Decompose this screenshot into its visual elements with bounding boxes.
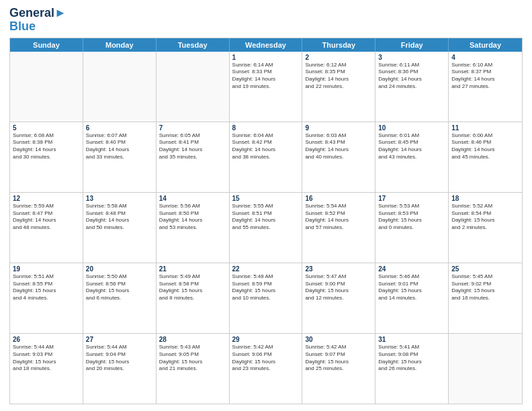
calendar-row-2: 12Sunrise: 5:59 AM Sunset: 8:47 PM Dayli… (10, 192, 522, 263)
cell-text: Sunrise: 6:01 AM Sunset: 8:45 PM Dayligh… (378, 132, 445, 161)
calendar-cell-23: 23Sunrise: 5:47 AM Sunset: 9:00 PM Dayli… (302, 263, 375, 333)
calendar-cell-empty-4-6 (449, 334, 522, 404)
logo: General► Blue (9, 7, 66, 34)
calendar-cell-12: 12Sunrise: 5:59 AM Sunset: 8:47 PM Dayli… (10, 193, 83, 263)
cell-text: Sunrise: 5:50 AM Sunset: 8:56 PM Dayligh… (86, 273, 153, 302)
page: General► Blue SundayMondayTuesdayWednesd… (0, 0, 532, 411)
day-number: 21 (159, 265, 226, 273)
logo-text: General► (9, 7, 66, 20)
calendar-cell-20: 20Sunrise: 5:50 AM Sunset: 8:56 PM Dayli… (83, 263, 157, 333)
day-number: 5 (13, 124, 80, 132)
cell-text: Sunrise: 6:03 AM Sunset: 8:43 PM Dayligh… (305, 132, 372, 161)
cell-text: Sunrise: 6:14 AM Sunset: 8:33 PM Dayligh… (232, 62, 300, 91)
calendar-cell-5: 5Sunrise: 6:08 AM Sunset: 8:38 PM Daylig… (10, 122, 83, 192)
cell-text: Sunrise: 6:11 AM Sunset: 8:36 PM Dayligh… (378, 62, 445, 91)
calendar-cell-empty-0-0 (10, 52, 83, 122)
calendar-cell-10: 10Sunrise: 6:01 AM Sunset: 8:45 PM Dayli… (375, 122, 449, 192)
day-number: 22 (232, 265, 300, 273)
day-number: 2 (305, 54, 372, 61)
header-day-saturday: Saturday (449, 38, 522, 52)
header-day-monday: Monday (83, 38, 157, 52)
calendar-cell-8: 8Sunrise: 6:04 AM Sunset: 8:42 PM Daylig… (230, 122, 303, 192)
day-number: 1 (232, 54, 300, 61)
calendar-cell-18: 18Sunrise: 5:52 AM Sunset: 8:54 PM Dayli… (449, 193, 522, 263)
calendar-row-4: 26Sunrise: 5:44 AM Sunset: 9:03 PM Dayli… (10, 333, 522, 404)
calendar-cell-14: 14Sunrise: 5:56 AM Sunset: 8:50 PM Dayli… (157, 193, 230, 263)
day-number: 14 (159, 195, 226, 202)
calendar-cell-17: 17Sunrise: 5:53 AM Sunset: 8:53 PM Dayli… (375, 193, 449, 263)
day-number: 17 (378, 195, 445, 202)
calendar-row-3: 19Sunrise: 5:51 AM Sunset: 8:55 PM Dayli… (10, 263, 522, 333)
calendar-row-0: 1Sunrise: 6:14 AM Sunset: 8:33 PM Daylig… (10, 52, 522, 122)
calendar-header: SundayMondayTuesdayWednesdayThursdayFrid… (10, 38, 522, 52)
day-number: 12 (13, 195, 80, 202)
cell-text: Sunrise: 5:48 AM Sunset: 8:59 PM Dayligh… (232, 273, 300, 302)
calendar-cell-11: 11Sunrise: 6:00 AM Sunset: 8:46 PM Dayli… (449, 122, 522, 192)
cell-text: Sunrise: 5:44 AM Sunset: 9:04 PM Dayligh… (86, 344, 153, 373)
day-number: 23 (305, 265, 372, 273)
calendar-cell-2: 2Sunrise: 6:12 AM Sunset: 8:35 PM Daylig… (302, 52, 375, 122)
cell-text: Sunrise: 5:47 AM Sunset: 9:00 PM Dayligh… (305, 273, 372, 302)
day-number: 29 (232, 336, 300, 343)
day-number: 25 (451, 265, 519, 273)
day-number: 24 (378, 265, 445, 273)
header-day-sunday: Sunday (10, 38, 83, 52)
cell-text: Sunrise: 6:12 AM Sunset: 8:35 PM Dayligh… (305, 62, 372, 91)
day-number: 18 (451, 195, 519, 202)
header-day-tuesday: Tuesday (157, 38, 230, 52)
day-number: 7 (159, 124, 226, 132)
day-number: 4 (451, 54, 519, 61)
day-number: 30 (305, 336, 372, 343)
cell-text: Sunrise: 5:45 AM Sunset: 9:02 PM Dayligh… (451, 273, 519, 302)
cell-text: Sunrise: 5:41 AM Sunset: 9:08 PM Dayligh… (378, 344, 445, 373)
cell-text: Sunrise: 5:53 AM Sunset: 8:53 PM Dayligh… (378, 203, 445, 232)
day-number: 16 (305, 195, 372, 202)
cell-text: Sunrise: 6:07 AM Sunset: 8:40 PM Dayligh… (86, 132, 153, 161)
cell-text: Sunrise: 6:00 AM Sunset: 8:46 PM Dayligh… (451, 132, 519, 161)
calendar-cell-7: 7Sunrise: 6:05 AM Sunset: 8:41 PM Daylig… (157, 122, 230, 192)
calendar-cell-26: 26Sunrise: 5:44 AM Sunset: 9:03 PM Dayli… (10, 334, 83, 404)
header-day-wednesday: Wednesday (230, 38, 303, 52)
cell-text: Sunrise: 6:05 AM Sunset: 8:41 PM Dayligh… (159, 132, 226, 161)
calendar-cell-31: 31Sunrise: 5:41 AM Sunset: 9:08 PM Dayli… (375, 334, 449, 404)
cell-text: Sunrise: 5:59 AM Sunset: 8:47 PM Dayligh… (13, 203, 80, 232)
calendar-cell-9: 9Sunrise: 6:03 AM Sunset: 8:43 PM Daylig… (302, 122, 375, 192)
calendar-cell-1: 1Sunrise: 6:14 AM Sunset: 8:33 PM Daylig… (230, 52, 303, 122)
day-number: 31 (378, 336, 445, 343)
calendar-cell-21: 21Sunrise: 5:49 AM Sunset: 8:58 PM Dayli… (157, 263, 230, 333)
cell-text: Sunrise: 5:46 AM Sunset: 9:01 PM Dayligh… (378, 273, 445, 302)
cell-text: Sunrise: 6:10 AM Sunset: 8:37 PM Dayligh… (451, 62, 519, 91)
cell-text: Sunrise: 5:55 AM Sunset: 8:51 PM Dayligh… (232, 203, 300, 232)
calendar: SundayMondayTuesdayWednesdayThursdayFrid… (9, 38, 523, 404)
cell-text: Sunrise: 5:54 AM Sunset: 8:52 PM Dayligh… (305, 203, 372, 232)
day-number: 13 (86, 195, 153, 202)
cell-text: Sunrise: 5:42 AM Sunset: 9:07 PM Dayligh… (305, 344, 372, 373)
calendar-body: 1Sunrise: 6:14 AM Sunset: 8:33 PM Daylig… (10, 52, 522, 404)
cell-text: Sunrise: 6:04 AM Sunset: 8:42 PM Dayligh… (232, 132, 300, 161)
calendar-cell-22: 22Sunrise: 5:48 AM Sunset: 8:59 PM Dayli… (230, 263, 303, 333)
logo-blue: Blue (9, 20, 66, 34)
calendar-cell-16: 16Sunrise: 5:54 AM Sunset: 8:52 PM Dayli… (302, 193, 375, 263)
calendar-cell-29: 29Sunrise: 5:42 AM Sunset: 9:06 PM Dayli… (230, 334, 303, 404)
calendar-cell-4: 4Sunrise: 6:10 AM Sunset: 8:37 PM Daylig… (449, 52, 522, 122)
calendar-row-1: 5Sunrise: 6:08 AM Sunset: 8:38 PM Daylig… (10, 122, 522, 192)
cell-text: Sunrise: 5:52 AM Sunset: 8:54 PM Dayligh… (451, 203, 519, 232)
cell-text: Sunrise: 5:49 AM Sunset: 8:58 PM Dayligh… (159, 273, 226, 302)
calendar-cell-19: 19Sunrise: 5:51 AM Sunset: 8:55 PM Dayli… (10, 263, 83, 333)
day-number: 9 (305, 124, 372, 132)
calendar-cell-24: 24Sunrise: 5:46 AM Sunset: 9:01 PM Dayli… (375, 263, 449, 333)
calendar-cell-empty-0-2 (157, 52, 230, 122)
calendar-cell-empty-0-1 (83, 52, 157, 122)
calendar-cell-27: 27Sunrise: 5:44 AM Sunset: 9:04 PM Dayli… (83, 334, 157, 404)
calendar-cell-25: 25Sunrise: 5:45 AM Sunset: 9:02 PM Dayli… (449, 263, 522, 333)
day-number: 11 (451, 124, 519, 132)
cell-text: Sunrise: 6:08 AM Sunset: 8:38 PM Dayligh… (13, 132, 80, 161)
day-number: 8 (232, 124, 300, 132)
cell-text: Sunrise: 5:58 AM Sunset: 8:48 PM Dayligh… (86, 203, 153, 232)
calendar-cell-3: 3Sunrise: 6:11 AM Sunset: 8:36 PM Daylig… (375, 52, 449, 122)
day-number: 28 (159, 336, 226, 343)
day-number: 3 (378, 54, 445, 61)
day-number: 6 (86, 124, 153, 132)
header-day-friday: Friday (375, 38, 449, 52)
header: General► Blue (9, 7, 523, 34)
